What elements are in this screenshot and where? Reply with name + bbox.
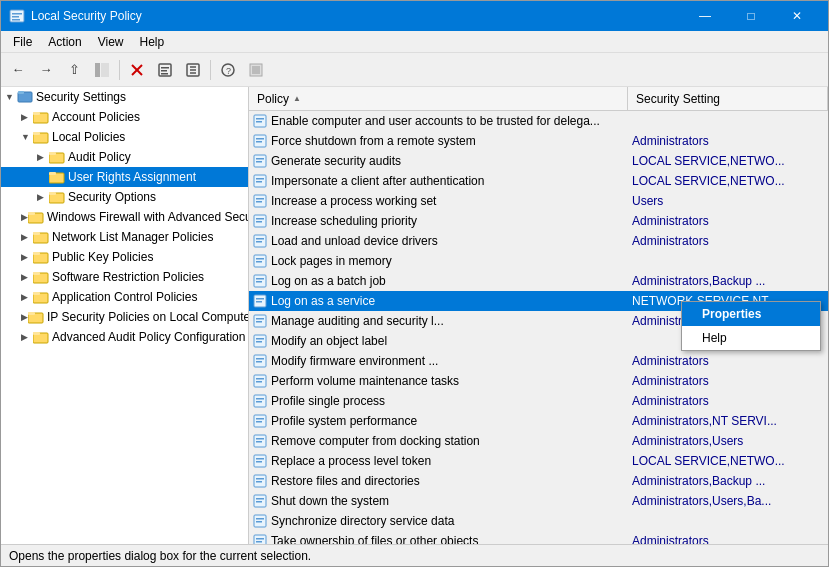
list-row[interactable]: Profile system performance Administrator…	[249, 411, 828, 431]
tree-label: Public Key Policies	[52, 250, 153, 264]
svg-rect-21	[18, 91, 24, 94]
svg-rect-92	[256, 418, 264, 420]
tree-item-local-policies[interactable]: ▼ Local Policies	[1, 127, 248, 147]
tree-item-user-rights-assignment[interactable]: User Rights Assignment	[1, 167, 248, 187]
security-value: Administrators,Backup ...	[632, 274, 765, 288]
menu-view[interactable]: View	[90, 33, 132, 51]
list-row[interactable]: Increase scheduling priority Administrat…	[249, 211, 828, 231]
policy-icon	[253, 394, 267, 408]
status-bar: Opens the properties dialog box for the …	[1, 544, 828, 566]
security-value: Users	[632, 194, 663, 208]
tree-label: Advanced Audit Policy Configuration	[52, 330, 245, 344]
tree-item-advanced-audit[interactable]: ▶ Advanced Audit Policy Configuration	[1, 327, 248, 347]
security-cell: Users	[628, 194, 828, 208]
list-header: Policy ▲ Security Setting	[249, 87, 828, 111]
col-security-label: Security Setting	[636, 92, 720, 106]
list-row[interactable]: Restore files and directories Administra…	[249, 471, 828, 491]
svg-rect-69	[256, 261, 262, 263]
list-row[interactable]: Synchronize directory service data	[249, 511, 828, 531]
context-menu-item-properties[interactable]: Properties	[682, 302, 820, 326]
tree-item-network-list[interactable]: ▶ Network List Manager Policies	[1, 227, 248, 247]
delete-button[interactable]	[124, 57, 150, 83]
list-row[interactable]: Increase a process working set Users	[249, 191, 828, 211]
context-menu-item-help[interactable]: Help	[682, 326, 820, 350]
svg-rect-95	[256, 438, 264, 440]
tree-item-software-restriction[interactable]: ▶ Software Restriction Policies	[1, 267, 248, 287]
policy-name: Take ownership of files or other objects	[271, 534, 478, 545]
tree-item-audit-policy[interactable]: ▶ Audit Policy	[1, 147, 248, 167]
svg-rect-104	[256, 498, 264, 500]
list-row[interactable]: Shut down the system Administrators,User…	[249, 491, 828, 511]
list-row[interactable]: Log on as a batch job Administrators,Bac…	[249, 271, 828, 291]
menu-file[interactable]: File	[5, 33, 40, 51]
security-value: Administrators	[632, 374, 709, 388]
policy-name: Synchronize directory service data	[271, 514, 454, 528]
tree-item-security-settings[interactable]: ▼ Security Settings	[1, 87, 248, 107]
refresh-button[interactable]	[243, 57, 269, 83]
show-hide-tree-button[interactable]	[89, 57, 115, 83]
policy-icon	[253, 114, 267, 128]
close-button[interactable]: ✕	[774, 1, 820, 31]
policy-icon	[253, 354, 267, 368]
properties-button[interactable]	[152, 57, 178, 83]
tree-item-security-options[interactable]: ▶ Security Options	[1, 187, 248, 207]
forward-button[interactable]: →	[33, 57, 59, 83]
security-cell: Administrators	[628, 234, 828, 248]
export-button[interactable]	[180, 57, 206, 83]
policy-cell: Synchronize directory service data	[249, 514, 628, 528]
app-icon	[9, 8, 25, 24]
policy-icon	[253, 134, 267, 148]
list-row[interactable]: Modify firmware environment ... Administ…	[249, 351, 828, 371]
tree-label: Audit Policy	[68, 150, 131, 164]
list-row[interactable]: Load and unload device drivers Administr…	[249, 231, 828, 251]
list-row[interactable]: Perform volume maintenance tasks Adminis…	[249, 371, 828, 391]
list-row[interactable]: Impersonate a client after authenticatio…	[249, 171, 828, 191]
tree-label: Software Restriction Policies	[52, 270, 204, 284]
minimize-button[interactable]: —	[682, 1, 728, 31]
svg-rect-107	[256, 518, 264, 520]
policy-name: Log on as a service	[271, 294, 375, 308]
policy-icon	[253, 374, 267, 388]
help-button[interactable]: ?	[215, 57, 241, 83]
svg-rect-43	[28, 312, 35, 315]
list-row[interactable]: Take ownership of files or other objects…	[249, 531, 828, 544]
list-row[interactable]: Replace a process level token LOCAL SERV…	[249, 451, 828, 471]
tree-item-account-policies[interactable]: ▶ Account Policies	[1, 107, 248, 127]
menu-action[interactable]: Action	[40, 33, 89, 51]
svg-rect-39	[33, 272, 40, 275]
help-icon: ?	[221, 63, 235, 77]
tree-item-public-key[interactable]: ▶ Public Key Policies	[1, 247, 248, 267]
tree-item-ip-security[interactable]: ▶ IP Security Policies on Local Compute.…	[1, 307, 248, 327]
list-row[interactable]: Remove computer from docking station Adm…	[249, 431, 828, 451]
policy-icon	[253, 434, 267, 448]
policy-cell: Profile single process	[249, 394, 628, 408]
security-value: Administrators,Backup ...	[632, 474, 765, 488]
menu-help[interactable]: Help	[132, 33, 173, 51]
svg-rect-3	[12, 19, 20, 21]
security-cell: LOCAL SERVICE,NETWO...	[628, 154, 828, 168]
list-row[interactable]: Generate security audits LOCAL SERVICE,N…	[249, 151, 828, 171]
policy-icon	[253, 454, 267, 468]
svg-rect-93	[256, 421, 262, 423]
list-row[interactable]: Lock pages in memory	[249, 251, 828, 271]
policy-name: Profile system performance	[271, 414, 417, 428]
svg-rect-110	[256, 538, 264, 540]
back-button[interactable]: ←	[5, 57, 31, 83]
policy-name: Increase a process working set	[271, 194, 436, 208]
tree-label: IP Security Policies on Local Compute...	[47, 310, 249, 324]
tree-item-app-control[interactable]: ▶ Application Control Policies	[1, 287, 248, 307]
tree-item-windows-firewall[interactable]: ▶ Windows Firewall with Advanced Secu...	[1, 207, 248, 227]
policy-name: Modify firmware environment ...	[271, 354, 438, 368]
policy-cell: Generate security audits	[249, 154, 628, 168]
security-value: Administrators	[632, 214, 709, 228]
col-header-policy[interactable]: Policy ▲	[249, 87, 628, 110]
maximize-button[interactable]: □	[728, 1, 774, 31]
list-row[interactable]: Enable computer and user accounts to be …	[249, 111, 828, 131]
list-row[interactable]: Force shutdown from a remote system Admi…	[249, 131, 828, 151]
policy-cell: Restore files and directories	[249, 474, 628, 488]
col-header-security[interactable]: Security Setting	[628, 87, 828, 110]
svg-rect-96	[256, 441, 262, 443]
policy-cell: Modify firmware environment ...	[249, 354, 628, 368]
up-button[interactable]: ⇧	[61, 57, 87, 83]
list-row[interactable]: Profile single process Administrators	[249, 391, 828, 411]
